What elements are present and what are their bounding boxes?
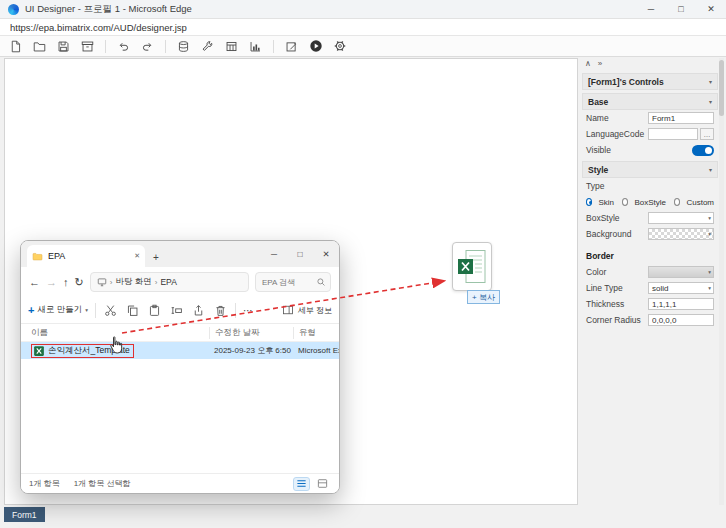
explorer-tab-epa[interactable]: EPA ✕ xyxy=(27,245,145,267)
new-file-button[interactable] xyxy=(8,39,23,54)
visible-toggle[interactable] xyxy=(692,145,714,156)
back-button[interactable]: ← xyxy=(29,276,40,288)
chevron-down-icon: ▾ xyxy=(709,78,712,85)
new-item-button[interactable]: + 새로 만들기 ▾ xyxy=(28,304,88,316)
background-row: Background ▾ xyxy=(582,226,718,242)
linetype-row: Line Type solid ▾ xyxy=(582,280,718,296)
chevron-down-icon: ▾ xyxy=(708,215,711,221)
radio-skin[interactable] xyxy=(586,198,592,206)
tab-close-icon[interactable]: ✕ xyxy=(134,252,140,260)
scrollbar-thumb[interactable] xyxy=(719,60,724,116)
delete-button[interactable] xyxy=(213,303,228,318)
breadcrumb-separator: › xyxy=(155,278,158,287)
column-header-name[interactable]: 이름 xyxy=(31,327,209,339)
package-button[interactable] xyxy=(80,39,95,54)
panel-scrollbar[interactable] xyxy=(719,58,724,505)
radio-boxstyle[interactable] xyxy=(622,198,628,206)
languagecode-browse-button[interactable]: … xyxy=(700,128,714,140)
explorer-navbar: ← → ↑ ↻ › 바탕 화면 › EPA EPA 검색 xyxy=(21,267,339,297)
collapse-panel-icon[interactable]: ∧ xyxy=(585,60,591,68)
cut-button[interactable] xyxy=(103,303,118,318)
chevron-down-icon: ▾ xyxy=(708,231,711,237)
refresh-button[interactable]: ↻ xyxy=(75,276,84,289)
section-base[interactable]: Base ▾ xyxy=(582,93,718,110)
expand-panel-icon[interactable]: » xyxy=(598,60,602,68)
thumbnail-view-button[interactable] xyxy=(314,477,331,491)
boxstyle-dropdown[interactable]: ▾ xyxy=(648,212,714,224)
tab-form1[interactable]: Form1 xyxy=(4,507,45,522)
database-button[interactable] xyxy=(176,39,191,54)
corner-radius-input[interactable] xyxy=(648,314,714,326)
section-style[interactable]: Style ▾ xyxy=(582,161,718,178)
minimize-button[interactable]: ─ xyxy=(636,0,666,18)
rename-button[interactable] xyxy=(169,303,184,318)
save-button[interactable] xyxy=(56,39,71,54)
edit-button[interactable] xyxy=(284,39,299,54)
paste-button[interactable] xyxy=(147,303,162,318)
explorer-maximize-button[interactable]: □ xyxy=(287,249,313,259)
breadcrumb-current[interactable]: EPA xyxy=(160,277,176,287)
selected-count: 1개 항목 선택함 xyxy=(74,478,131,489)
type-row: Type xyxy=(582,178,718,194)
table-button[interactable] xyxy=(224,39,239,54)
tools-button[interactable] xyxy=(200,39,215,54)
controls-header[interactable]: [Form1]'s Controls ▾ xyxy=(582,73,718,90)
column-header-date[interactable]: 수정한 날짜 xyxy=(209,327,293,339)
details-pane-icon xyxy=(282,304,294,316)
run-button[interactable] xyxy=(308,39,323,54)
radio-custom[interactable] xyxy=(674,198,680,206)
maximize-button[interactable]: □ xyxy=(666,0,696,18)
controls-header-label: [Form1]'s Controls xyxy=(588,77,664,87)
type-label: Type xyxy=(586,181,604,191)
thickness-label: Thickness xyxy=(586,299,624,309)
type-radio-group: Skin BoxStyle Custom xyxy=(582,194,718,210)
boxstyle-label: BoxStyle xyxy=(586,213,620,223)
radio-custom-label: Custom xyxy=(686,198,714,207)
dropped-excel-file-icon[interactable] xyxy=(452,242,492,291)
copy-button[interactable] xyxy=(125,303,140,318)
forward-button[interactable]: → xyxy=(46,276,57,288)
languagecode-input[interactable] xyxy=(648,128,698,140)
explorer-close-button[interactable]: ✕ xyxy=(313,249,339,259)
explorer-titlebar: EPA ✕ + ─ □ ✕ xyxy=(21,241,339,267)
redo-button[interactable] xyxy=(140,39,155,54)
plus-icon: + xyxy=(28,304,34,316)
details-pane-button[interactable]: 세부 정보 xyxy=(282,304,332,316)
visible-label: Visible xyxy=(586,145,611,155)
url-bar[interactable]: https://epa.bimatrix.com/AUD/designer.js… xyxy=(0,19,726,36)
search-icon xyxy=(316,277,326,287)
explorer-minimize-button[interactable]: ─ xyxy=(261,249,287,259)
name-input[interactable] xyxy=(648,112,714,124)
open-folder-button[interactable] xyxy=(32,39,47,54)
chevron-down-icon: ▾ xyxy=(85,307,88,313)
explorer-statusbar: 1개 항목 1개 항목 선택함 xyxy=(21,473,339,493)
name-label: Name xyxy=(586,113,609,123)
breadcrumb[interactable]: › 바탕 화면 › EPA xyxy=(90,272,249,292)
up-button[interactable]: ↑ xyxy=(63,276,69,288)
list-view-button[interactable] xyxy=(293,477,310,491)
column-header-type[interactable]: 유형 xyxy=(293,327,339,339)
folder-icon xyxy=(32,251,43,262)
item-count: 1개 항목 xyxy=(29,478,60,489)
breadcrumb-desktop[interactable]: 바탕 화면 xyxy=(115,276,151,288)
linetype-dropdown[interactable]: solid ▾ xyxy=(648,282,714,294)
breadcrumb-separator: › xyxy=(110,278,113,287)
thickness-input[interactable] xyxy=(648,298,714,310)
color-dropdown[interactable]: ▾ xyxy=(648,266,714,278)
file-row-selected[interactable]: 손익계산서_Template 2025-09-23 오후 6:50 Micros… xyxy=(21,342,339,359)
background-dropdown[interactable]: ▾ xyxy=(648,228,714,240)
undo-button[interactable] xyxy=(116,39,131,54)
properties-panel: ∧ » [Form1]'s Controls ▾ Base ▾ Name Lan… xyxy=(582,58,718,505)
close-button[interactable]: ✕ xyxy=(696,0,726,18)
file-list-empty-area[interactable] xyxy=(21,359,339,473)
chevron-down-icon: ▾ xyxy=(709,98,712,105)
chart-button[interactable] xyxy=(248,39,263,54)
more-options-button[interactable]: ⋯ xyxy=(243,305,253,316)
settings-gear-icon[interactable] xyxy=(332,39,347,54)
explorer-command-bar: + 새로 만들기 ▾ ⋯ 세부 정보 xyxy=(21,297,339,324)
share-button[interactable] xyxy=(191,303,206,318)
border-section-row: Border xyxy=(582,248,718,264)
new-tab-button[interactable]: + xyxy=(153,252,159,263)
designer-toolbar xyxy=(0,36,726,57)
search-input[interactable]: EPA 검색 xyxy=(255,272,331,292)
